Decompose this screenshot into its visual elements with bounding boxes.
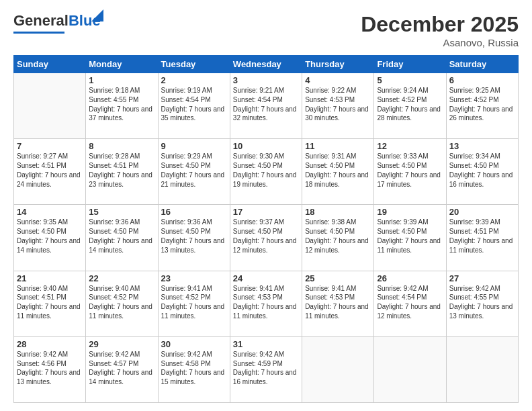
day-number: 26 <box>377 273 443 283</box>
table-row: 3Sunrise: 9:21 AMSunset: 4:54 PMDaylight… <box>230 73 302 139</box>
calendar-week-row: 7Sunrise: 9:27 AMSunset: 4:51 PMDaylight… <box>14 139 519 205</box>
logo-underline <box>13 32 64 34</box>
table-row: 13Sunrise: 9:34 AMSunset: 4:50 PMDayligh… <box>446 139 518 205</box>
day-info: Sunrise: 9:41 AMSunset: 4:53 PMDaylight:… <box>305 284 371 321</box>
day-number: 28 <box>17 339 83 349</box>
day-info: Sunrise: 9:42 AMSunset: 4:54 PMDaylight:… <box>377 284 443 321</box>
day-number: 5 <box>377 75 443 85</box>
day-info: Sunrise: 9:36 AMSunset: 4:50 PMDaylight:… <box>161 218 227 255</box>
day-info: Sunrise: 9:40 AMSunset: 4:52 PMDaylight:… <box>89 284 154 321</box>
table-row: 9Sunrise: 9:29 AMSunset: 4:50 PMDaylight… <box>158 139 230 205</box>
day-info: Sunrise: 9:29 AMSunset: 4:50 PMDaylight:… <box>161 152 227 189</box>
table-row: 10Sunrise: 9:30 AMSunset: 4:50 PMDayligh… <box>230 139 302 205</box>
day-info: Sunrise: 9:42 AMSunset: 4:55 PMDaylight:… <box>449 284 515 321</box>
day-info: Sunrise: 9:22 AMSunset: 4:53 PMDaylight:… <box>305 86 371 123</box>
logo-general: General <box>13 12 69 29</box>
day-number: 29 <box>89 339 154 349</box>
day-info: Sunrise: 9:28 AMSunset: 4:51 PMDaylight:… <box>89 152 154 189</box>
day-info: Sunrise: 9:25 AMSunset: 4:52 PMDaylight:… <box>449 86 515 123</box>
header: GeneralBlue December 2025 Asanovo, Russi… <box>13 12 519 48</box>
calendar-week-row: 21Sunrise: 9:40 AMSunset: 4:51 PMDayligh… <box>14 271 519 336</box>
table-row: 14Sunrise: 9:35 AMSunset: 4:50 PMDayligh… <box>14 205 86 271</box>
day-number: 14 <box>17 207 83 217</box>
day-number: 20 <box>449 207 515 217</box>
day-number: 4 <box>305 75 371 85</box>
day-info: Sunrise: 9:42 AMSunset: 4:58 PMDaylight:… <box>161 350 227 387</box>
day-number: 22 <box>89 273 154 283</box>
calendar-week-row: 28Sunrise: 9:42 AMSunset: 4:56 PMDayligh… <box>14 336 519 402</box>
table-row: 31Sunrise: 9:42 AMSunset: 4:59 PMDayligh… <box>230 336 302 402</box>
day-info: Sunrise: 9:18 AMSunset: 4:55 PMDaylight:… <box>89 86 154 123</box>
page: GeneralBlue December 2025 Asanovo, Russi… <box>0 0 532 411</box>
table-row: 5Sunrise: 9:24 AMSunset: 4:52 PMDaylight… <box>374 73 446 139</box>
col-saturday: Saturday <box>446 56 518 73</box>
table-row: 7Sunrise: 9:27 AMSunset: 4:51 PMDaylight… <box>14 139 86 205</box>
table-row: 17Sunrise: 9:37 AMSunset: 4:50 PMDayligh… <box>230 205 302 271</box>
day-number: 27 <box>449 273 515 283</box>
day-info: Sunrise: 9:35 AMSunset: 4:50 PMDaylight:… <box>17 218 83 255</box>
day-info: Sunrise: 9:39 AMSunset: 4:51 PMDaylight:… <box>449 218 515 255</box>
day-number: 31 <box>233 339 299 349</box>
table-row: 29Sunrise: 9:42 AMSunset: 4:57 PMDayligh… <box>86 336 158 402</box>
table-row: 30Sunrise: 9:42 AMSunset: 4:58 PMDayligh… <box>158 336 230 402</box>
table-row: 2Sunrise: 9:19 AMSunset: 4:54 PMDaylight… <box>158 73 230 139</box>
logo: GeneralBlue <box>13 12 101 34</box>
table-row <box>14 73 86 139</box>
calendar-table: Sunday Monday Tuesday Wednesday Thursday… <box>13 55 519 403</box>
day-info: Sunrise: 9:21 AMSunset: 4:54 PMDaylight:… <box>233 86 299 123</box>
day-info: Sunrise: 9:42 AMSunset: 4:59 PMDaylight:… <box>233 350 299 387</box>
col-thursday: Thursday <box>302 56 374 73</box>
table-row: 6Sunrise: 9:25 AMSunset: 4:52 PMDaylight… <box>446 73 518 139</box>
calendar-week-row: 14Sunrise: 9:35 AMSunset: 4:50 PMDayligh… <box>14 205 519 271</box>
calendar-header-row: Sunday Monday Tuesday Wednesday Thursday… <box>14 56 519 73</box>
day-number: 19 <box>377 207 443 217</box>
table-row: 20Sunrise: 9:39 AMSunset: 4:51 PMDayligh… <box>446 205 518 271</box>
day-number: 25 <box>305 273 371 283</box>
table-row: 28Sunrise: 9:42 AMSunset: 4:56 PMDayligh… <box>14 336 86 402</box>
table-row: 24Sunrise: 9:41 AMSunset: 4:53 PMDayligh… <box>230 271 302 336</box>
day-number: 2 <box>161 75 227 85</box>
day-info: Sunrise: 9:41 AMSunset: 4:52 PMDaylight:… <box>161 284 227 321</box>
table-row: 15Sunrise: 9:36 AMSunset: 4:50 PMDayligh… <box>86 205 158 271</box>
day-info: Sunrise: 9:31 AMSunset: 4:50 PMDaylight:… <box>305 152 371 189</box>
day-info: Sunrise: 9:36 AMSunset: 4:50 PMDaylight:… <box>89 218 154 255</box>
day-info: Sunrise: 9:30 AMSunset: 4:50 PMDaylight:… <box>233 152 299 189</box>
table-row: 11Sunrise: 9:31 AMSunset: 4:50 PMDayligh… <box>302 139 374 205</box>
day-info: Sunrise: 9:34 AMSunset: 4:50 PMDaylight:… <box>449 152 515 189</box>
table-row: 21Sunrise: 9:40 AMSunset: 4:51 PMDayligh… <box>14 271 86 336</box>
day-info: Sunrise: 9:42 AMSunset: 4:56 PMDaylight:… <box>17 350 83 387</box>
day-number: 6 <box>449 75 515 85</box>
table-row: 26Sunrise: 9:42 AMSunset: 4:54 PMDayligh… <box>374 271 446 336</box>
day-number: 13 <box>449 141 515 151</box>
day-number: 1 <box>89 75 154 85</box>
col-sunday: Sunday <box>14 56 86 73</box>
day-number: 17 <box>233 207 299 217</box>
day-info: Sunrise: 9:19 AMSunset: 4:54 PMDaylight:… <box>161 86 227 123</box>
location-subtitle: Asanovo, Russia <box>361 37 519 48</box>
day-number: 15 <box>89 207 154 217</box>
table-row: 12Sunrise: 9:33 AMSunset: 4:50 PMDayligh… <box>374 139 446 205</box>
title-block: December 2025 Asanovo, Russia <box>361 12 519 48</box>
day-number: 30 <box>161 339 227 349</box>
day-number: 9 <box>161 141 227 151</box>
table-row <box>302 336 374 402</box>
table-row: 18Sunrise: 9:38 AMSunset: 4:50 PMDayligh… <box>302 205 374 271</box>
table-row: 4Sunrise: 9:22 AMSunset: 4:53 PMDaylight… <box>302 73 374 139</box>
calendar-week-row: 1Sunrise: 9:18 AMSunset: 4:55 PMDaylight… <box>14 73 519 139</box>
day-info: Sunrise: 9:42 AMSunset: 4:57 PMDaylight:… <box>89 350 154 387</box>
table-row: 22Sunrise: 9:40 AMSunset: 4:52 PMDayligh… <box>86 271 158 336</box>
table-row: 27Sunrise: 9:42 AMSunset: 4:55 PMDayligh… <box>446 271 518 336</box>
day-info: Sunrise: 9:33 AMSunset: 4:50 PMDaylight:… <box>377 152 443 189</box>
table-row: 19Sunrise: 9:39 AMSunset: 4:50 PMDayligh… <box>374 205 446 271</box>
col-wednesday: Wednesday <box>230 56 302 73</box>
day-info: Sunrise: 9:39 AMSunset: 4:50 PMDaylight:… <box>377 218 443 255</box>
col-monday: Monday <box>86 56 158 73</box>
day-info: Sunrise: 9:24 AMSunset: 4:52 PMDaylight:… <box>377 86 443 123</box>
day-number: 11 <box>305 141 371 151</box>
day-info: Sunrise: 9:38 AMSunset: 4:50 PMDaylight:… <box>305 218 371 255</box>
logo-arrow-icon <box>91 9 103 21</box>
table-row: 1Sunrise: 9:18 AMSunset: 4:55 PMDaylight… <box>86 73 158 139</box>
table-row: 23Sunrise: 9:41 AMSunset: 4:52 PMDayligh… <box>158 271 230 336</box>
day-number: 23 <box>161 273 227 283</box>
day-info: Sunrise: 9:37 AMSunset: 4:50 PMDaylight:… <box>233 218 299 255</box>
